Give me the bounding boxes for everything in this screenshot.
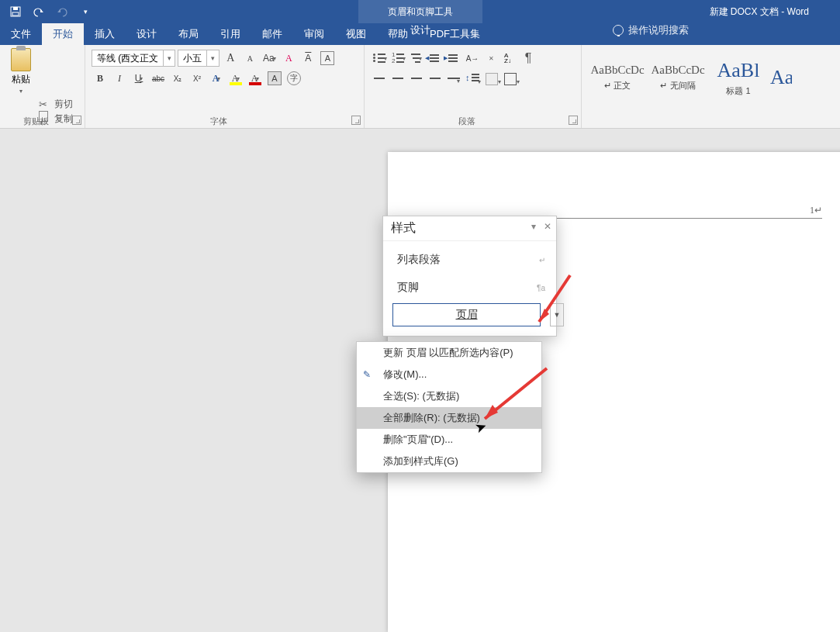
numbering-button[interactable]: ▾ — [389, 50, 406, 67]
style-entry-footer[interactable]: 页脚 ¶a — [389, 274, 553, 302]
align-right-button[interactable] — [408, 70, 425, 87]
borders-button[interactable]: ▾ — [501, 70, 518, 87]
italic-button[interactable]: I — [111, 70, 128, 87]
ctx-modify[interactable]: 修改(M)... — [357, 364, 541, 385]
align-center-button[interactable] — [389, 70, 406, 87]
styles-pane-title: 样式 — [391, 220, 416, 237]
svg-rect-2 — [12, 12, 19, 16]
strikethrough-button[interactable]: abc — [150, 70, 167, 87]
tab-file[interactable]: 文件 — [0, 23, 42, 45]
clear-formatting-icon: A — [285, 53, 292, 64]
tab-review[interactable]: 审阅 — [293, 23, 335, 45]
tab-layout[interactable]: 布局 — [168, 23, 209, 45]
phonetic-guide-button[interactable]: A — [299, 50, 316, 67]
align-justify-button[interactable] — [427, 70, 444, 87]
qat-customize-button[interactable]: ▾ — [74, 1, 96, 22]
change-case-button[interactable]: Aa▾ — [261, 50, 278, 67]
styles-pane: 样式 ▾ ✕ 列表段落 ↵ 页脚 ¶a 页眉 ▼ — [382, 216, 557, 337]
phonetic-icon: A — [305, 53, 311, 64]
shading-button[interactable]: ▾ — [482, 70, 500, 87]
group-paragraph-label: 段落 — [458, 116, 475, 126]
multilevel-list-button[interactable]: ▾ — [408, 50, 425, 67]
ctx-label: 修改(M)... — [383, 368, 427, 382]
ribbon: 粘贴 ▾ 剪切 复制 格式刷 剪贴板 等线 (西文正文▾ 小五▾ A A Aa▾… — [0, 45, 840, 129]
undo-button[interactable] — [28, 1, 50, 22]
character-border-button[interactable]: A — [319, 50, 336, 67]
character-shading-button[interactable]: A — [266, 70, 283, 87]
line-spacing-button[interactable]: ▾ — [464, 70, 481, 87]
ctx-label: 全部删除(R): (无数据) — [383, 411, 480, 425]
highlight-button[interactable]: A▾ — [227, 70, 244, 87]
tab-mailings[interactable]: 邮件 — [251, 23, 293, 45]
style-entry-dropdown-button[interactable]: ▼ — [550, 303, 564, 326]
rtl-button[interactable]: ✕ — [482, 50, 500, 67]
group-font-label: 字体 — [210, 116, 227, 126]
style-preview: AaBbCcDc — [590, 64, 644, 77]
increase-indent-button[interactable] — [445, 50, 462, 67]
show-marks-button[interactable] — [520, 50, 537, 67]
style-name: ↵ 正文 — [604, 80, 631, 92]
style-heading2-partial[interactable]: Aa — [769, 53, 793, 102]
char-shading-icon: A — [268, 71, 282, 85]
ctx-select-all[interactable]: 全选(S): (无数据) — [357, 385, 541, 407]
paste-label: 粘贴 — [12, 73, 30, 86]
font-name-value: 等线 (西文正文 — [92, 52, 163, 65]
char-border-icon: A — [320, 51, 334, 65]
styles-pane-close-button[interactable]: ✕ — [544, 221, 551, 232]
style-entry-label: 列表段落 — [397, 253, 441, 267]
ltr-button[interactable]: A→ — [464, 50, 481, 67]
sort-button[interactable] — [501, 50, 518, 67]
font-color-button[interactable]: A▾ — [247, 70, 264, 87]
ctx-remove-all[interactable]: 全部删除(R): (无数据) — [357, 407, 541, 429]
style-heading1[interactable]: AaBl 标题 1 — [709, 53, 768, 102]
tab-context-design[interactable]: 设计 — [358, 23, 482, 37]
tell-me-placeholder: 操作说明搜索 — [628, 23, 689, 37]
align-distributed-button[interactable]: ▾ — [445, 70, 462, 87]
tab-insert[interactable]: 插入 — [84, 23, 126, 45]
ctx-update-to-match[interactable]: 更新 页眉 以匹配所选内容(P) — [357, 342, 541, 364]
pen-icon — [363, 368, 375, 381]
paragraph-mark-icon: ↵ — [539, 256, 545, 264]
grow-font-button[interactable]: A — [222, 50, 239, 67]
font-size-combo[interactable]: 小五▾ — [178, 50, 220, 67]
group-clipboard-label: 剪贴板 — [23, 116, 49, 126]
text-effects-button[interactable]: A▾ — [208, 70, 225, 87]
tab-design[interactable]: 设计 — [126, 23, 168, 45]
ctx-label: 全选(S): (无数据) — [383, 389, 459, 403]
style-entry-list-paragraph[interactable]: 列表段落 ↵ — [389, 246, 553, 274]
style-name: 标题 1 — [726, 85, 750, 97]
style-entry-label: 页脚 — [397, 281, 419, 295]
font-name-combo[interactable]: 等线 (西文正文▾ — [92, 50, 175, 67]
tell-me-search[interactable]: 操作说明搜索 — [613, 23, 689, 37]
ctx-delete-style[interactable]: 删除"页眉"(D)... — [357, 429, 541, 451]
ctx-label: 删除"页眉"(D)... — [383, 433, 453, 447]
enclosed-character-button[interactable]: 字 — [285, 70, 302, 87]
ctx-add-to-gallery[interactable]: 添加到样式库(G) — [357, 451, 541, 472]
shrink-font-button[interactable]: A — [241, 50, 258, 67]
clear-formatting-button[interactable]: A — [280, 50, 297, 67]
style-context-menu: 更新 页眉 以匹配所选内容(P) 修改(M)... 全选(S): (无数据) 全… — [356, 341, 542, 473]
styles-pane-options-button[interactable]: ▾ — [531, 221, 536, 232]
bold-button[interactable]: B — [92, 70, 109, 87]
decrease-indent-button[interactable] — [427, 50, 444, 67]
paragraph-dialog-launcher[interactable] — [569, 116, 578, 125]
font-dialog-launcher[interactable] — [351, 116, 361, 125]
underline-button[interactable]: U▾ — [130, 70, 147, 87]
tab-references[interactable]: 引用 — [209, 23, 251, 45]
subscript-button[interactable]: X — [169, 70, 186, 87]
style-preview: AaBl — [717, 59, 760, 82]
style-entry-header[interactable]: 页眉 — [392, 303, 541, 326]
align-left-button[interactable] — [371, 70, 388, 87]
superscript-button[interactable]: X — [188, 70, 206, 87]
redo-button[interactable] — [51, 1, 73, 22]
clipboard-dialog-launcher[interactable] — [72, 116, 81, 125]
clipboard-icon — [11, 48, 31, 71]
bullets-button[interactable]: ▾ — [371, 50, 388, 67]
paste-button[interactable]: 粘贴 ▾ — [6, 48, 36, 95]
cut-button[interactable]: 剪切 — [39, 98, 78, 111]
save-button[interactable] — [5, 1, 26, 22]
tab-home[interactable]: 开始 — [42, 23, 84, 45]
style-normal[interactable]: AaBbCcDc ↵ 正文 — [588, 53, 647, 102]
style-no-spacing[interactable]: AaBbCcDc ↵ 无间隔 — [648, 53, 707, 102]
ribbon-tabs: 文件 开始 插入 设计 布局 引用 邮件 审阅 视图 帮助 PDF工具集 设计 … — [0, 23, 840, 45]
